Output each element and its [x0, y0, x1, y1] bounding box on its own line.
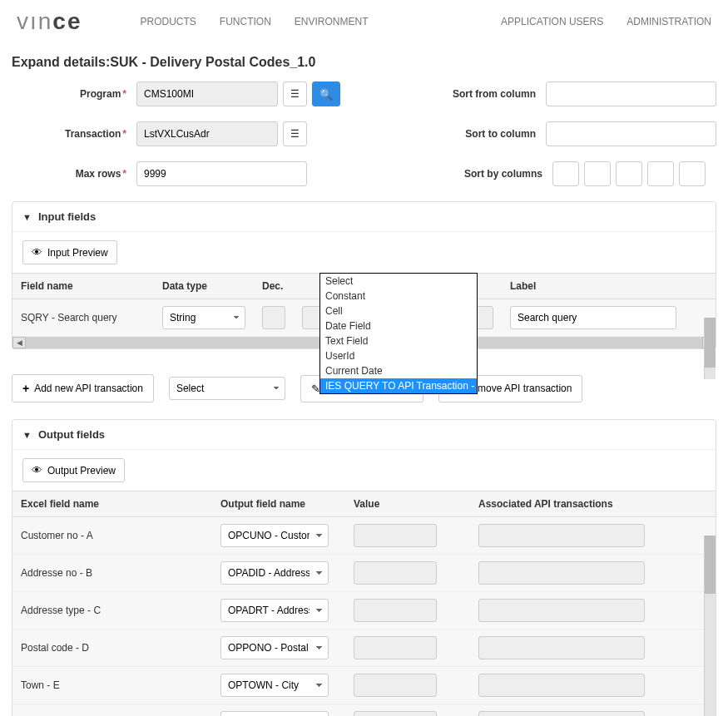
cell-excel-fieldname: Addresse type - C — [12, 592, 212, 630]
output-field-select[interactable]: OPTOWN - City — [220, 674, 329, 697]
value-type-dropdown[interactable]: Select Constant Cell Date Field Text Fie… — [319, 273, 478, 394]
sort-col-2[interactable] — [584, 161, 611, 186]
sort-col-1[interactable] — [552, 161, 579, 186]
sort-to-input[interactable] — [546, 121, 716, 146]
output-field-select[interactable]: OPCUNO - Customer — [220, 524, 329, 547]
output-panel-header[interactable]: Output fields — [12, 420, 716, 450]
input-fields-panel: Input fields Input Preview Field name Da… — [12, 201, 716, 349]
col-dec: Dec. — [254, 274, 294, 299]
transaction-label: Transaction* — [12, 128, 136, 140]
page-title: Expand details:SUK - Delivery Postal Cod… — [0, 52, 728, 81]
table-row[interactable]: Addresse type - COPADRT - Address type — [12, 592, 716, 630]
output-field-select[interactable]: OPCUA1 - Address line — [220, 711, 329, 716]
eye-icon — [32, 464, 42, 477]
cell-fieldname: SQRY - Search query — [12, 299, 154, 337]
output-panel-title: Output fields — [38, 428, 105, 441]
dropdown-option-datefield[interactable]: Date Field — [320, 318, 477, 333]
cell-excel-fieldname: Address 1 - F — [12, 704, 212, 717]
output-value-box[interactable] — [354, 674, 437, 697]
cell-excel-fieldname: Addresse no - B — [12, 555, 212, 592]
input-panel-title: Input fields — [38, 210, 96, 223]
output-value-box[interactable] — [354, 711, 437, 716]
maxrows-input[interactable] — [136, 161, 307, 186]
cell-excel-fieldname: Town - E — [12, 667, 212, 704]
output-assoc-box[interactable] — [478, 711, 645, 716]
sort-col-4[interactable] — [647, 161, 674, 186]
table-row[interactable]: Postal code - DOPPONO - Postal code — [12, 630, 716, 667]
output-value-box[interactable] — [354, 636, 437, 659]
output-vertical-scrollbar[interactable] — [704, 536, 716, 716]
program-search-button[interactable] — [312, 81, 340, 106]
program-input[interactable] — [136, 81, 278, 106]
output-preview-button[interactable]: Output Preview — [22, 458, 125, 482]
nav-products[interactable]: PRODUCTS — [141, 16, 196, 27]
nav-environment[interactable]: ENVIRONMENT — [295, 16, 369, 27]
nav-function[interactable]: FUNCTION — [220, 16, 271, 27]
datatype-select[interactable]: String — [162, 306, 245, 329]
col-fieldname: Field name — [12, 274, 154, 299]
sort-col-5[interactable] — [679, 161, 706, 186]
input-preview-button[interactable]: Input Preview — [22, 240, 117, 264]
program-list-button[interactable] — [283, 81, 307, 106]
output-assoc-box[interactable] — [478, 524, 645, 547]
output-assoc-box[interactable] — [478, 599, 645, 622]
plus-icon — [22, 382, 29, 395]
scrollbar-thumb[interactable] — [705, 318, 716, 368]
output-fields-table: Excel field name Output field name Value… — [12, 491, 716, 716]
cell-excel-fieldname: Customer no - A — [12, 517, 212, 555]
sort-by-label: Sort by columns — [378, 168, 552, 180]
dec-input[interactable] — [262, 306, 285, 329]
eye-icon — [32, 246, 42, 259]
add-api-transaction-button[interactable]: Add new API transaction — [12, 374, 154, 402]
col-datatype: Data type — [154, 274, 254, 299]
sort-from-input[interactable] — [546, 81, 716, 106]
program-label: Program* — [12, 88, 136, 100]
table-row[interactable]: Customer no - AOPCUNO - Customer — [12, 517, 716, 555]
output-assoc-box[interactable] — [478, 561, 645, 585]
list-icon — [290, 88, 300, 100]
table-row[interactable]: Addresse no - BOPADID - Address no — [12, 555, 716, 592]
input-vertical-scrollbar[interactable] — [704, 318, 716, 379]
output-field-select[interactable]: OPPONO - Postal code — [220, 636, 329, 659]
sort-to-label: Sort to column — [371, 128, 546, 140]
dropdown-option-cell[interactable]: Cell — [320, 304, 477, 318]
chevron-down-icon — [22, 210, 32, 223]
output-field-select[interactable]: OPADRT - Address type — [220, 599, 329, 622]
table-row[interactable]: Address 1 - FOPCUA1 - Address line — [12, 704, 716, 717]
list-icon — [290, 128, 300, 140]
scrollbar-thumb[interactable] — [705, 536, 716, 594]
dropdown-option-userid[interactable]: UserId — [320, 348, 477, 363]
table-row[interactable]: Town - EOPTOWN - City — [12, 667, 716, 704]
chevron-down-icon — [22, 428, 32, 441]
scroll-left-icon[interactable]: ◀ — [12, 337, 26, 348]
output-field-select[interactable]: OPADID - Address no — [220, 561, 329, 585]
dropdown-option-textfield[interactable]: Text Field — [320, 333, 477, 348]
nav-app-users[interactable]: APPLICATION USERS — [501, 16, 603, 27]
transaction-input[interactable] — [136, 121, 278, 146]
col-output-fieldname: Output field name — [212, 491, 345, 517]
sort-by-inputs — [552, 161, 706, 186]
input-panel-header[interactable]: Input fields — [12, 202, 716, 232]
maxrows-label: Max rows* — [12, 168, 136, 180]
output-value-box[interactable] — [354, 599, 437, 622]
output-assoc-box[interactable] — [478, 636, 645, 659]
dropdown-option-select[interactable]: Select — [320, 274, 477, 289]
output-value-box[interactable] — [354, 524, 437, 547]
dropdown-option-iesquery[interactable]: IES QUERY TO API Transaction - M — [320, 378, 477, 393]
transaction-list-button[interactable] — [283, 121, 307, 146]
nav-administration[interactable]: ADMINISTRATION — [626, 16, 711, 27]
nav-links-right: APPLICATION USERS ADMINISTRATION — [501, 16, 711, 27]
output-value-box[interactable] — [354, 561, 437, 585]
output-assoc-box[interactable] — [478, 674, 645, 697]
logo: vınce — [17, 8, 82, 35]
col-label: Label — [502, 274, 716, 299]
dropdown-option-currentdate[interactable]: Current Date — [320, 363, 477, 378]
sort-col-3[interactable] — [616, 161, 642, 186]
top-nav: vınce PRODUCTS FUNCTION ENVIRONMENT APPL… — [0, 0, 728, 52]
dropdown-option-constant[interactable]: Constant — [320, 289, 477, 304]
label-input[interactable] — [510, 306, 676, 329]
api-transaction-select[interactable]: Select — [169, 377, 285, 400]
sort-from-label: Sort from column — [371, 88, 546, 100]
col-value: Value — [345, 491, 470, 517]
nav-links-left: PRODUCTS FUNCTION ENVIRONMENT — [141, 16, 502, 27]
